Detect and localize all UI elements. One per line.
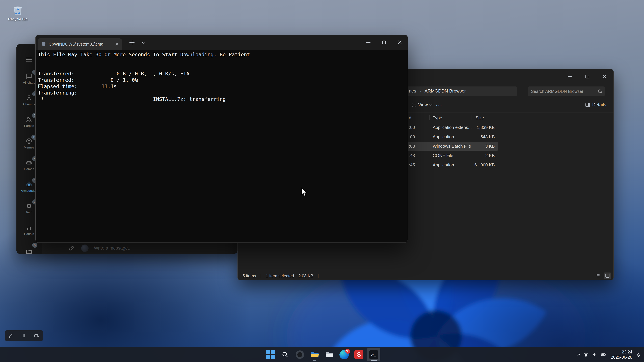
- terminal-line: Transferring:: [38, 90, 408, 96]
- terminal-titlebar: C:\WINDOWS\system32\cmd.: [36, 35, 408, 50]
- details-label: Details: [592, 102, 606, 107]
- s-app-icon: S: [354, 350, 364, 359]
- terminal-line: [38, 58, 408, 64]
- recycle-bin-desktop-icon[interactable]: Recycle Bin: [6, 4, 30, 21]
- terminal-window-controls: [360, 35, 408, 50]
- column-type[interactable]: Type: [433, 115, 442, 120]
- menu-hamburger-icon[interactable]: [26, 58, 32, 61]
- folder-label: Canals: [24, 232, 34, 236]
- chip-icon: [26, 202, 32, 210]
- close-button[interactable]: [596, 69, 614, 84]
- clock[interactable]: 23:24 2025-06-26: [611, 350, 632, 360]
- close-button[interactable]: [392, 35, 408, 50]
- status-selected-size: 2.08 KB: [298, 274, 313, 278]
- edit-pencil-icon[interactable]: [8, 333, 14, 339]
- view-button[interactable]: View: [412, 102, 432, 107]
- start-button[interactable]: [264, 348, 277, 361]
- cell-type: Application: [433, 162, 454, 168]
- terminal-window: C:\WINDOWS\system32\cmd. This File May T…: [36, 35, 408, 243]
- details-pane-icon: [586, 103, 590, 107]
- details-pane-button[interactable]: Details: [586, 102, 606, 107]
- folder-label: Parças: [24, 124, 34, 128]
- tab-close-icon[interactable]: [115, 42, 119, 46]
- breadcrumb-current[interactable]: ARMGDDN Browser: [425, 88, 466, 94]
- cell-date: :45: [409, 162, 415, 168]
- terminal-line: [38, 64, 408, 70]
- maximize-button[interactable]: [376, 35, 392, 50]
- terminal-line: Elapsed time: 11.1s: [38, 83, 408, 90]
- system-tray: 23:24 2025-06-26: [578, 347, 641, 362]
- terminal-output: This File May Take 30 Or More Seconds To…: [36, 50, 408, 102]
- more-options-button[interactable]: …: [436, 100, 443, 107]
- view-label: View: [418, 102, 428, 107]
- recycle-bin-icon: [12, 4, 24, 16]
- light-folder-button[interactable]: [323, 348, 336, 361]
- windows-logo-icon: [266, 350, 275, 359]
- search-box[interactable]: Search ARMGDDN Browser: [528, 86, 605, 96]
- browser-button[interactable]: 90: [338, 348, 351, 361]
- terminal-icon: >_: [369, 350, 378, 359]
- clock-time: 23:24: [611, 350, 632, 355]
- status-separator: |: [318, 274, 319, 278]
- cell-date: :03: [409, 144, 415, 149]
- column-separator[interactable]: [429, 115, 430, 120]
- person-icon: [26, 94, 32, 101]
- tray-overflow-chevron-icon[interactable]: [577, 354, 580, 357]
- status-item-count: 5 items: [242, 274, 256, 278]
- terminal-line: Transferred: 0 / 1, 0%: [38, 77, 408, 83]
- column-separator[interactable]: [471, 115, 472, 120]
- wifi-icon[interactable]: [583, 352, 589, 357]
- s-app-button[interactable]: S: [352, 348, 366, 361]
- folder-label: Games: [24, 167, 34, 171]
- recycle-bin-label: Recycle Bin: [6, 17, 30, 21]
- circle-app-button[interactable]: [293, 348, 306, 361]
- thumbnail-view-toggle[interactable]: [604, 273, 611, 279]
- avatar[interactable]: [81, 245, 88, 252]
- search-button[interactable]: [278, 348, 292, 361]
- terminal-line: Transferred: 0 B / 0 B, -, 0 B/s, ETA -: [38, 70, 408, 77]
- terminal-tab[interactable]: C:\WINDOWS\system32\cmd.: [38, 38, 122, 50]
- terminal-line: * INSTALL.7z: transferring: [38, 96, 408, 102]
- minimize-button[interactable]: [360, 35, 376, 50]
- cell-size: 3 KB: [485, 144, 495, 149]
- minimize-button[interactable]: [561, 69, 578, 84]
- message-input-row: Write a message...: [42, 243, 238, 254]
- folder-label: Champs: [23, 102, 35, 106]
- notification-bell-icon[interactable]: [636, 352, 641, 357]
- status-separator: |: [260, 274, 262, 278]
- new-tab-button[interactable]: [130, 40, 134, 45]
- unread-badge: 6: [32, 243, 37, 248]
- search-placeholder: Search ARMGDDN Browser: [531, 89, 598, 94]
- file-explorer-button[interactable]: [308, 348, 321, 361]
- search-icon: [598, 89, 602, 93]
- camera-icon[interactable]: [34, 333, 40, 339]
- attach-icon[interactable]: [68, 245, 75, 251]
- pause-icon[interactable]: [21, 333, 27, 339]
- column-size[interactable]: Size: [476, 115, 484, 120]
- folder-label: Memes: [24, 146, 34, 149]
- cell-size: 61,900 KB: [474, 162, 495, 168]
- volume-icon[interactable]: [592, 352, 598, 357]
- cell-type: Application extens...: [433, 125, 472, 130]
- notification-badge: 90: [345, 349, 350, 354]
- ring-icon: [296, 351, 304, 359]
- breadcrumb-parent[interactable]: nes: [409, 88, 416, 94]
- robot-icon: [26, 181, 32, 188]
- cell-type: Application: [433, 134, 454, 139]
- cell-date: :48: [409, 153, 415, 158]
- view-toggle-group: [594, 273, 611, 279]
- status-selected: 1 item selected: [266, 274, 294, 278]
- status-bar: 5 items | 1 item selected 2.08 KB |: [238, 272, 614, 280]
- tab-dropdown-icon[interactable]: [142, 40, 145, 43]
- battery-icon[interactable]: [601, 352, 606, 358]
- folder-label: All chats: [23, 81, 35, 84]
- terminal-button[interactable]: >_: [367, 348, 380, 361]
- column-date-modified[interactable]: d: [409, 115, 411, 120]
- cell-type: CONF File: [433, 153, 453, 158]
- message-input[interactable]: Write a message...: [94, 246, 132, 251]
- cell-size: 543 KB: [480, 134, 495, 139]
- details-view-toggle[interactable]: [594, 273, 602, 279]
- people-icon: [26, 116, 32, 123]
- maximize-button[interactable]: [578, 69, 596, 84]
- clock-date: 2025-06-26: [611, 355, 632, 360]
